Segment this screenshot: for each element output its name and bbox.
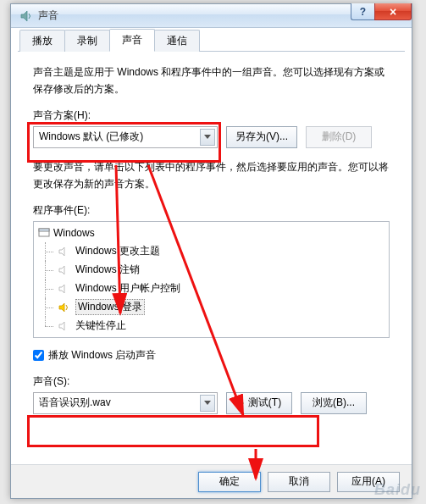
help-button[interactable]: ? xyxy=(351,3,374,20)
windows-folder-icon xyxy=(38,226,50,241)
tree-item-selected[interactable]: Windows 登录 xyxy=(36,298,386,317)
test-button[interactable]: 测试(T) xyxy=(226,392,292,414)
chevron-down-icon xyxy=(200,129,215,146)
chevron-down-icon xyxy=(200,395,215,412)
speaker-off-icon xyxy=(57,245,70,258)
speaker-off-icon xyxy=(57,319,70,333)
tab-playback[interactable]: 播放 xyxy=(19,30,65,52)
speaker-off-icon xyxy=(57,282,70,296)
tree-item[interactable]: 关键性停止 xyxy=(36,317,386,335)
sound-row: 语音误识别.wav 测试(T) 浏览(B)... xyxy=(33,392,390,414)
sound-dialog: 声音 ? × 播放 录制 声音 通信 声音主题是应用于 Windows 和程序事… xyxy=(10,3,412,499)
tree-root[interactable]: Windows xyxy=(36,224,386,242)
tree-item-label: Windows 用户帐户控制 xyxy=(75,281,180,296)
titlebar[interactable]: 声音 ? × xyxy=(11,4,412,28)
svg-rect-1 xyxy=(39,229,49,231)
tree-item[interactable]: Windows 注销 xyxy=(36,261,386,280)
scheme-label: 声音方案(H): xyxy=(33,108,390,123)
startup-sound-row: 播放 Windows 启动声音 xyxy=(33,348,390,363)
change-desc: 要更改声音，请单击以下列表中的程序事件，然后选择要应用的声音。您可以将更改保存为… xyxy=(33,158,390,193)
startup-sound-label: 播放 Windows 启动声音 xyxy=(48,348,156,363)
sounds-panel: 声音主题是应用于 Windows 和程序事件中的一组声音。您可以选择现有方案或保… xyxy=(18,52,405,433)
speaker-off-icon xyxy=(57,263,70,277)
events-tree[interactable]: Windows Windows 更改主题 Windows 注销 Windows … xyxy=(33,221,390,338)
sound-combo[interactable]: 语音误识别.wav xyxy=(33,392,218,414)
sound-label: 声音(S): xyxy=(33,374,390,389)
window-buttons: ? × xyxy=(351,3,412,20)
window-title: 声音 xyxy=(38,8,58,23)
tree-item-label: Windows 注销 xyxy=(75,263,140,277)
sound-value: 语音误识别.wav xyxy=(39,396,111,410)
tree-item[interactable]: Windows 用户帐户控制 xyxy=(36,280,386,298)
save-as-button[interactable]: 另存为(V)... xyxy=(226,126,297,148)
cancel-button[interactable]: 取消 xyxy=(268,472,330,492)
ok-button[interactable]: 确定 xyxy=(198,472,261,492)
tree-item[interactable]: Windows 更改主题 xyxy=(36,242,386,261)
tab-strip: 播放 录制 声音 通信 xyxy=(18,31,405,52)
tree-root-label: Windows xyxy=(53,227,95,239)
speaker-on-icon xyxy=(57,301,70,314)
close-button[interactable]: × xyxy=(374,3,412,20)
tab-sounds[interactable]: 声音 xyxy=(109,29,155,52)
scheme-value: Windows 默认 (已修改) xyxy=(39,130,143,144)
delete-button: 删除(D) xyxy=(306,126,372,148)
intro-text: 声音主题是应用于 Windows 和程序事件中的一组声音。您可以选择现有方案或保… xyxy=(33,64,390,98)
browse-button[interactable]: 浏览(B)... xyxy=(301,392,367,414)
tab-communications[interactable]: 通信 xyxy=(154,30,200,52)
content-area: 播放 录制 声音 通信 声音主题是应用于 Windows 和程序事件中的一组声音… xyxy=(18,31,405,461)
tree-item-label: 关键性停止 xyxy=(75,318,126,333)
scheme-row: Windows 默认 (已修改) 另存为(V)... 删除(D) xyxy=(33,126,390,148)
play-icon xyxy=(237,399,244,407)
scheme-combo[interactable]: Windows 默认 (已修改) xyxy=(33,126,218,148)
events-label: 程序事件(E): xyxy=(33,203,390,218)
apply-button[interactable]: 应用(A) xyxy=(337,472,400,492)
tab-recording[interactable]: 录制 xyxy=(64,30,110,52)
startup-sound-checkbox[interactable] xyxy=(33,350,44,361)
sound-app-icon xyxy=(19,9,33,23)
tree-item-label: Windows 更改主题 xyxy=(75,244,160,258)
dialog-buttons: 确定 取消 应用(A) xyxy=(11,464,412,498)
tree-item-label: Windows 登录 xyxy=(75,299,145,315)
